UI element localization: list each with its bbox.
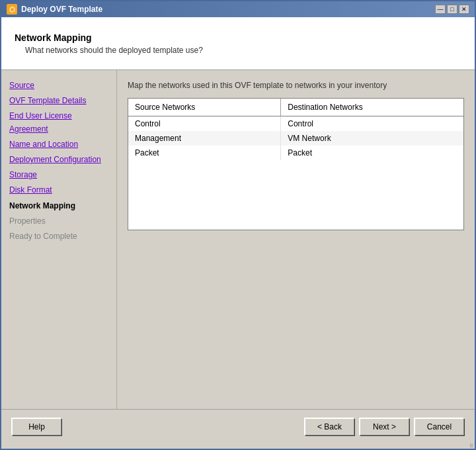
sidebar-item-ready-to-complete: Ready to Complete [7,229,111,244]
close-button[interactable]: ✕ [459,5,469,14]
maximize-button[interactable]: □ [447,5,457,14]
sidebar-item-name-and-location[interactable]: Name and Location [7,137,111,152]
deploy-ovf-window: ⬡ Deploy OVF Template — □ ✕ Network Mapp… [0,0,476,450]
description-text: Map the networks used in this OVF templa… [128,81,464,90]
resize-icon: ⠿ [469,443,473,449]
footer: Help < Back Next > Cancel [1,409,475,443]
footer-right: < Back Next > Cancel [305,418,464,435]
window-title: Deploy OVF Template [21,5,102,14]
title-bar-controls: — □ ✕ [435,5,469,14]
destination-network-cell: Packet [281,146,463,160]
page-title: Network Mapping [15,32,461,43]
cancel-button[interactable]: Cancel [415,418,464,435]
col-destination-networks: Destination Networks [281,99,463,116]
sidebar-item-properties: Properties [7,214,111,229]
network-table: Source Networks Destination Networks Con… [128,99,463,160]
source-network-cell: Packet [128,146,281,160]
sidebar-item-network-mapping: Network Mapping [7,199,111,214]
sidebar-item-deployment-configuration[interactable]: Deployment Configuration [7,152,111,167]
minimize-button[interactable]: — [435,5,446,14]
sidebar-item-ovf-template-details[interactable]: OVF Template Details [7,93,111,109]
destination-network-cell: Control [281,116,463,132]
table-row[interactable]: Management VM Network [128,131,463,146]
sidebar-item-disk-format[interactable]: Disk Format [7,183,111,198]
destination-network-cell: VM Network [281,131,463,146]
back-button[interactable]: < Back [305,418,354,435]
sidebar-item-eula[interactable]: End User License Agreement [7,109,111,136]
header-section: Network Mapping What networks should the… [1,17,475,70]
network-table-container: Source Networks Destination Networks Con… [128,98,464,230]
window-icon: ⬡ [7,4,17,15]
source-network-cell: Management [128,131,281,146]
next-button[interactable]: Next > [360,418,409,435]
title-bar: ⬡ Deploy OVF Template — □ ✕ [1,1,475,17]
table-header-row: Source Networks Destination Networks [128,99,463,116]
table-row[interactable]: Control Control [128,116,463,132]
page-subtitle: What networks should the deployed templa… [25,46,461,55]
content-area: Source OVF Template Details End User Lic… [1,70,475,409]
resize-handle[interactable]: ⠿ [1,443,475,449]
sidebar: Source OVF Template Details End User Lic… [1,70,117,409]
col-source-networks: Source Networks [128,99,281,116]
source-network-cell: Control [128,116,281,132]
main-content: Map the networks used in this OVF templa… [117,70,475,409]
sidebar-item-storage[interactable]: Storage [7,167,111,183]
sidebar-item-source[interactable]: Source [7,78,111,93]
table-row[interactable]: Packet Packet [128,146,463,160]
help-button[interactable]: Help [12,418,61,435]
title-bar-left: ⬡ Deploy OVF Template [7,4,102,15]
